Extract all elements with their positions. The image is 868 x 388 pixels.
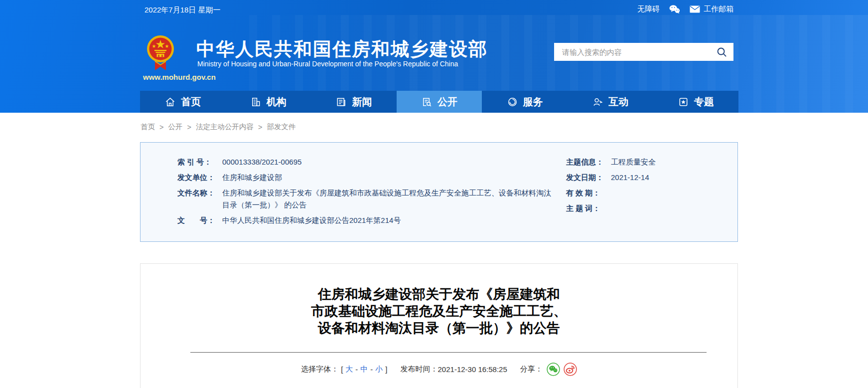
field-issuing-unit: 发文单位： 住房和城乡建设部 <box>177 172 558 184</box>
topbar-links: 无障碍 <box>637 4 733 14</box>
field-index-number: 索 引 号： 000013338/2021-00695 <box>177 156 558 168</box>
site-title: 中华人民共和国住房和城乡建设部 <box>196 37 488 62</box>
breadcrumb-open[interactable]: 公开 <box>168 122 182 132</box>
breadcrumb: 首页 > 公开 > 法定主动公开内容 > 部发文件 <box>141 122 295 132</box>
bracket-close: ] <box>385 365 387 374</box>
publish-time-value: 2021-12-30 16:58:25 <box>438 365 507 374</box>
article-title-line: 住房和城乡建设部关于发布《房屋建筑和 <box>141 286 737 303</box>
breadcrumb-home[interactable]: 首页 <box>141 122 155 132</box>
nav-label: 互动 <box>608 95 628 109</box>
field-label: 发文日期： <box>566 172 611 184</box>
topbar: 2022年7月18日 星期一 无障碍 <box>0 0 868 20</box>
work-mailbox-link[interactable]: 工作邮箱 <box>690 4 733 14</box>
field-topic-info: 主题信息： 工程质量安全 <box>566 156 730 168</box>
search-button[interactable] <box>710 43 733 61</box>
field-value: 住房和城乡建设部关于发布《房屋建筑和市政基础设施工程危及生产安全施工工艺、设备和… <box>222 187 558 211</box>
field-label: 索 引 号： <box>177 156 222 168</box>
field-subject-words: 主 题 词： <box>566 202 730 214</box>
field-label: 主 题 词： <box>566 202 611 214</box>
font-size-medium-button[interactable]: 中 <box>360 365 368 374</box>
site-header: 2022年7月18日 星期一 无障碍 <box>0 0 868 113</box>
nav-label: 新闻 <box>352 95 372 109</box>
nav-tab-interact[interactable]: 互动 <box>568 91 653 113</box>
national-emblem[interactable] <box>146 35 174 72</box>
field-document-title: 文件名称： 住房和城乡建设部关于发布《房屋建筑和市政基础设施工程危及生产安全施工… <box>177 187 558 211</box>
breadcrumb-legal-disclosure[interactable]: 法定主动公开内容 <box>196 122 254 132</box>
org-icon <box>250 96 262 108</box>
open-icon <box>421 96 433 108</box>
field-value: 2021-12-14 <box>611 172 730 184</box>
breadcrumb-ministry-documents[interactable]: 部发文件 <box>267 122 295 132</box>
nav-label: 公开 <box>437 95 457 109</box>
field-value: 住房和城乡建设部 <box>222 172 558 184</box>
wechat-icon[interactable] <box>669 4 681 14</box>
breadcrumb-separator: > <box>258 123 262 131</box>
share-icons <box>547 363 577 376</box>
bracket-open: [ <box>341 365 343 374</box>
share-weibo-icon[interactable] <box>564 363 577 376</box>
field-label: 发文单位： <box>177 172 222 184</box>
field-validity-period: 有 效 期： <box>566 187 730 199</box>
document-info-box: 索 引 号： 000013338/2021-00695 发文单位： 住房和城乡建… <box>140 142 738 242</box>
field-label: 文件名称： <box>177 187 222 211</box>
field-document-number: 文 号： 中华人民共和国住房和城乡建设部公告2021年第214号 <box>177 214 558 226</box>
nav-tab-org[interactable]: 机构 <box>226 91 311 113</box>
nav-tab-news[interactable]: 新闻 <box>311 91 397 113</box>
topbar-date: 2022年7月18日 星期一 <box>145 5 221 15</box>
work-mailbox-label: 工作邮箱 <box>704 4 733 14</box>
share-wechat-icon[interactable] <box>547 363 560 376</box>
field-value: 中华人民共和国住房和城乡建设部公告2021年第214号 <box>222 214 558 226</box>
title-divider <box>190 352 707 353</box>
nav-tab-service[interactable]: 服务 <box>482 91 568 113</box>
news-icon <box>335 96 347 108</box>
mail-icon <box>690 5 700 13</box>
article-title: 住房和城乡建设部关于发布《房屋建筑和 市政基础设施工程危及生产安全施工工艺、 设… <box>141 286 737 337</box>
field-value: 000013338/2021-00695 <box>222 156 558 168</box>
nav-label: 机构 <box>267 95 287 109</box>
font-size-small-button[interactable]: 小 <box>375 365 383 374</box>
accessibility-link[interactable]: 无障碍 <box>637 4 660 14</box>
info-column-left: 索 引 号： 000013338/2021-00695 发文单位： 住房和城乡建… <box>177 156 558 230</box>
nav-label: 专题 <box>694 95 714 109</box>
search-icon <box>717 47 727 57</box>
article-card: 住房和城乡建设部关于发布《房屋建筑和 市政基础设施工程危及生产安全施工工艺、 设… <box>140 263 738 388</box>
font-size-separator: - <box>370 365 373 374</box>
field-label: 文 号： <box>177 214 222 226</box>
nav-tab-topics[interactable]: 专题 <box>653 91 738 113</box>
page: 2022年7月18日 星期一 无障碍 <box>0 0 868 388</box>
field-value <box>611 202 730 214</box>
info-column-right: 主题信息： 工程质量安全 发文日期： 2021-12-14 有 效 期： 主 题… <box>566 156 730 218</box>
font-size-separator: - <box>355 365 358 374</box>
font-size-selector: 选择字体： [ 大 - 中 - 小 ] <box>301 365 387 374</box>
field-value: 工程质量安全 <box>611 156 730 168</box>
nav-label: 首页 <box>181 95 201 109</box>
breadcrumb-separator: > <box>187 123 191 131</box>
publish-time-label: 发布时间： <box>401 365 438 374</box>
field-label: 主题信息： <box>566 156 611 168</box>
field-value <box>611 187 730 199</box>
share-label: 分享： <box>520 365 543 374</box>
site-subtitle: Ministry of Housing and Urban-Rural Deve… <box>197 60 458 68</box>
breadcrumb-separator: > <box>159 123 163 131</box>
site-url: www.mohurd.gov.cn <box>143 73 216 81</box>
topics-icon <box>678 96 689 108</box>
interact-icon <box>592 96 603 108</box>
nav-tab-open[interactable]: 公开 <box>397 91 482 113</box>
nav-tab-home[interactable]: 首页 <box>140 91 226 113</box>
font-select-label: 选择字体： <box>301 365 338 374</box>
search-box <box>554 43 733 61</box>
home-icon <box>164 96 176 108</box>
article-meta-row: 选择字体： [ 大 - 中 - 小 ] 发布时间： 2021-12-30 16:… <box>141 363 737 376</box>
field-issue-date: 发文日期： 2021-12-14 <box>566 172 730 184</box>
service-icon <box>507 96 518 108</box>
article-title-line: 市政基础设施工程危及生产安全施工工艺、 <box>141 303 737 320</box>
search-input[interactable] <box>554 48 710 56</box>
article-title-line: 设备和材料淘汰目录（第一批）》的公告 <box>141 320 737 337</box>
main-nav: 首页 机构 新闻 公开 <box>140 91 738 113</box>
field-label: 有 效 期： <box>566 187 611 199</box>
font-size-large-button[interactable]: 大 <box>345 365 353 374</box>
nav-label: 服务 <box>523 95 543 109</box>
